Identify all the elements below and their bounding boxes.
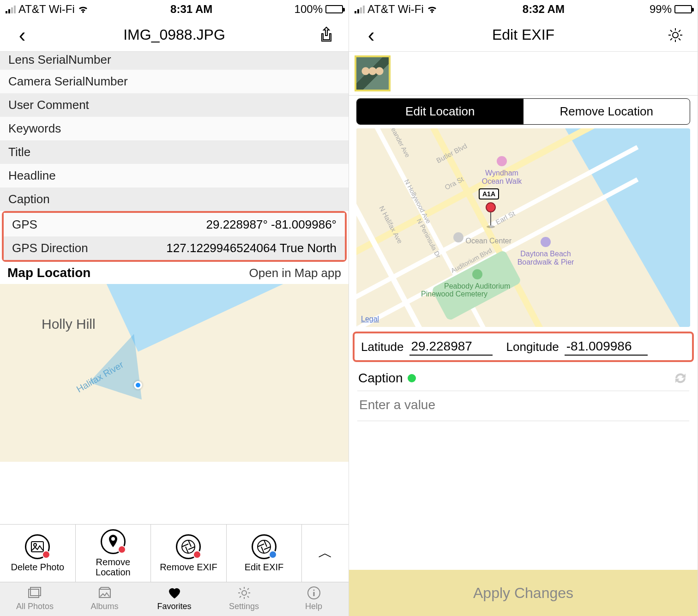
gear-icon <box>667 27 684 43</box>
caption-field-row <box>357 391 689 421</box>
latitude-input[interactable] <box>409 338 493 356</box>
segment-remove-location[interactable]: Remove Location <box>524 99 690 124</box>
poi-wyndham: Wyndham Ocean Walk <box>476 156 527 186</box>
svg-point-7 <box>242 591 247 595</box>
stack-icon <box>27 586 43 600</box>
remove-location-button[interactable]: Remove Location <box>76 525 151 582</box>
row-gps-direction[interactable]: GPS Direction 127.1229946524064 True Nor… <box>4 236 345 260</box>
poi-pinewood: Pinewood Cemetery <box>421 290 487 298</box>
location-segmented-control: Edit Location Remove Location <box>356 98 690 125</box>
clock: 8:32 AM <box>523 3 565 16</box>
row-caption[interactable]: Caption <box>0 187 349 211</box>
route-shield: A1A <box>479 188 499 199</box>
status-dot-icon <box>408 374 416 382</box>
row-keywords[interactable]: Keywords <box>0 117 349 140</box>
gear-icon <box>236 586 252 600</box>
cellular-signal-icon <box>355 5 365 13</box>
tab-favorites[interactable]: Favorites <box>139 582 209 616</box>
nav-bar: ‹ IMG_0988.JPG <box>0 18 349 52</box>
svg-point-1 <box>34 544 36 546</box>
battery-icon <box>325 5 343 13</box>
pin-icon <box>101 529 126 554</box>
battery-percent: 99% <box>650 3 672 16</box>
longitude-label: Longitude <box>506 340 559 354</box>
tab-albums[interactable]: Albums <box>70 582 139 616</box>
chevron-left-icon: ‹ <box>19 24 26 47</box>
photo-thumbnail[interactable] <box>355 55 391 91</box>
row-camera-serial[interactable]: Camera SerialNumber <box>0 70 349 93</box>
caption-section-header: Caption <box>349 362 698 389</box>
longitude-input[interactable] <box>565 338 648 356</box>
gps-label: GPS <box>12 217 37 232</box>
exif-list: Lens SerialNumber Camera SerialNumber Us… <box>0 52 349 524</box>
share-icon <box>319 26 334 44</box>
segment-edit-location[interactable]: Edit Location <box>357 99 524 124</box>
edit-badge-icon <box>269 550 277 559</box>
back-button[interactable]: ‹ <box>357 24 385 47</box>
delete-photo-button[interactable]: Delete Photo <box>0 525 76 582</box>
tab-bar: All Photos Albums Favorites Settings Hel… <box>0 582 349 616</box>
refresh-icon <box>673 370 688 386</box>
edit-location-map[interactable]: A1A Wyndham Ocean Walk Ocean Center Dayt… <box>356 128 690 327</box>
info-icon <box>306 586 322 600</box>
expand-toolbar-button[interactable]: ︿ <box>302 525 349 582</box>
tab-all-photos[interactable]: All Photos <box>0 582 70 616</box>
remove-exif-button[interactable]: Remove EXIF <box>151 525 227 582</box>
page-title: IMG_0988.JPG <box>36 26 313 43</box>
nav-bar: ‹ Edit EXIF <box>349 18 698 52</box>
screen-image-detail: AT&T Wi-Fi 8:31 AM 100% ‹ IMG_0988.JPG L… <box>0 0 349 616</box>
chevron-left-icon: ‹ <box>368 24 375 47</box>
carrier-label: AT&T Wi-Fi <box>18 3 75 16</box>
page-title: Edit EXIF <box>385 26 662 43</box>
clock: 8:31 AM <box>170 3 212 16</box>
aperture-icon <box>176 534 201 559</box>
lat-lng-highlight-box: Latitude Longitude <box>353 332 694 362</box>
row-headline[interactable]: Headline <box>0 164 349 187</box>
row-title[interactable]: Title <box>0 140 349 164</box>
gps-direction-value: 127.1229946524064 True North <box>166 241 337 255</box>
open-in-maps-button[interactable]: Open in Map app <box>249 266 341 280</box>
gps-direction-label: GPS Direction <box>12 241 88 255</box>
row-lens-serial[interactable]: Lens SerialNumber <box>0 52 349 70</box>
gps-highlight-box: GPS 29.228987° -81.009986° GPS Direction… <box>2 211 347 262</box>
status-bar: AT&T Wi-Fi 8:32 AM 99% <box>349 0 698 18</box>
user-location-dot-icon <box>134 381 142 389</box>
caption-label: Caption <box>358 371 403 385</box>
map-section-header: Map Location Open in Map app <box>0 262 349 284</box>
photo-icon <box>25 534 50 559</box>
carrier-label: AT&T Wi-Fi <box>367 3 424 16</box>
action-toolbar: Delete Photo Remove Location Remove EXIF… <box>0 524 349 582</box>
album-icon <box>97 586 113 600</box>
svg-point-11 <box>673 32 678 38</box>
latitude-label: Latitude <box>361 340 404 354</box>
svg-rect-10 <box>313 592 314 596</box>
apply-changes-button[interactable]: Apply Changes <box>349 570 698 616</box>
back-button[interactable]: ‹ <box>8 24 36 47</box>
screen-edit-exif: AT&T Wi-Fi 8:32 AM 99% ‹ Edit EXIF Edit … <box>349 0 698 616</box>
poi-boardwalk: Daytona Beach Boardwalk & Pier <box>516 237 576 266</box>
map-view[interactable]: Holly Hill Halifax River <box>0 284 349 462</box>
map-legal-link[interactable]: Legal <box>361 315 379 323</box>
wifi-icon <box>427 5 438 14</box>
edit-exif-button[interactable]: Edit EXIF <box>227 525 302 582</box>
caption-input[interactable] <box>359 398 687 412</box>
chevron-up-icon: ︿ <box>318 543 333 563</box>
map-pin-icon[interactable] <box>486 202 496 228</box>
battery-percent: 100% <box>295 3 323 16</box>
settings-button[interactable] <box>662 27 689 43</box>
cellular-signal-icon <box>6 5 16 13</box>
refresh-button[interactable] <box>673 370 688 386</box>
row-gps[interactable]: GPS 29.228987° -81.009986° <box>4 213 345 236</box>
tab-help[interactable]: Help <box>279 582 349 616</box>
status-bar: AT&T Wi-Fi 8:31 AM 100% <box>0 0 349 18</box>
row-user-comment[interactable]: User Comment <box>0 93 349 117</box>
gps-value: 29.228987° -81.009986° <box>206 217 337 232</box>
minus-badge-icon <box>42 550 50 559</box>
map-label-holly-hill: Holly Hill <box>42 316 96 332</box>
share-button[interactable] <box>313 26 340 44</box>
map-location-title: Map Location <box>7 266 90 280</box>
tab-settings[interactable]: Settings <box>209 582 279 616</box>
wifi-icon <box>78 5 89 14</box>
selected-photos-row <box>349 52 698 96</box>
svg-point-2 <box>182 540 195 553</box>
